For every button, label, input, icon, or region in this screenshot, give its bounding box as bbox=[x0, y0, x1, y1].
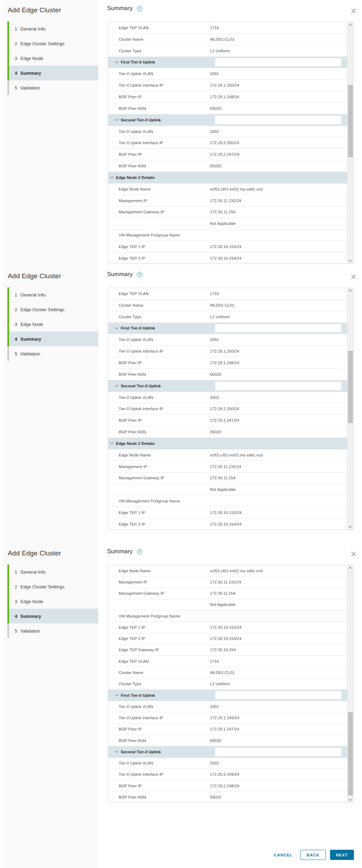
section-header-edge-node-2-details[interactable]: Edge Node 2 Details bbox=[108, 438, 347, 449]
sidebar-step-edge-cluster-settings[interactable]: 2 Edge Cluster Settings bbox=[7, 579, 98, 594]
wizard-steps: 1 General Info 2 Edge Cluster Settings 3… bbox=[4, 565, 98, 638]
help-icon[interactable]: ? bbox=[137, 272, 142, 277]
back-button[interactable]: BACK bbox=[300, 850, 326, 860]
wizard-panels: Add Edge Cluster 1 General Info 2 Edge C… bbox=[0, 0, 362, 868]
summary-header: Summary ? bbox=[98, 0, 362, 22]
section-header-edge-node-2-details[interactable]: Edge Node 2 Details bbox=[108, 172, 347, 183]
section-input[interactable] bbox=[215, 691, 341, 699]
sidebar-step-summary[interactable]: 4 Summary bbox=[7, 332, 98, 346]
row-label: Cluster Type bbox=[119, 315, 210, 319]
row-label: BGP Peer IP bbox=[119, 361, 210, 365]
sidebar-step-validation[interactable]: 5 Validation bbox=[7, 80, 98, 95]
section-header-second-tier-0-uplink[interactable]: Second Tier-0 Uplink bbox=[108, 114, 347, 126]
row-value: 65020 bbox=[210, 795, 347, 799]
sidebar-step-edge-node[interactable]: 3 Edge Node bbox=[7, 317, 98, 332]
sidebar-step-general-info[interactable]: 1 General Info bbox=[7, 21, 98, 36]
table-row: VM Management Portgroup Name bbox=[108, 610, 347, 622]
table-row: Edge Node Name vcf01-cl01-en02.my-sddc.v… bbox=[108, 449, 347, 461]
vertical-scrollbar[interactable] bbox=[347, 288, 353, 529]
row-label: Tier-0 Uplink VLAN bbox=[119, 72, 210, 76]
section-title: Second Tier-0 Uplink bbox=[121, 750, 161, 754]
table-row: BGP Peer IP 172.29.1.248/24 bbox=[108, 91, 347, 103]
row-value: 172.29.2.247/24 bbox=[210, 418, 347, 422]
summary-content: Summary ? Edge TEP VLAN 1716 Cluster Nam… bbox=[98, 0, 362, 266]
scroll-down-icon[interactable] bbox=[348, 524, 353, 529]
scrollbar-thumb[interactable] bbox=[348, 351, 353, 423]
section-input[interactable] bbox=[215, 382, 341, 390]
chevron-down-icon bbox=[115, 693, 119, 696]
scrollbar-thumb[interactable] bbox=[348, 712, 353, 795]
row-label: Tier-0 Uplink Interface IP bbox=[119, 772, 210, 776]
table-row: Tier-0 Uplink VLAN 2001 bbox=[108, 68, 347, 80]
table-row: Edge TEP 2 IP 172.30.16.154/24 bbox=[108, 519, 347, 529]
row-value: 1716 bbox=[210, 659, 347, 663]
table-row: Cluster Name WLD01-CL01 bbox=[108, 300, 347, 311]
sidebar-step-validation[interactable]: 5 Validation bbox=[7, 623, 98, 638]
row-label: Tier-0 Uplink VLAN bbox=[119, 129, 210, 134]
row-label: BGP Peer IP bbox=[119, 418, 210, 422]
row-label: Edge TEP VLAN bbox=[119, 292, 210, 296]
row-value: vcf01-cl01-en02.my-sddc.vcd bbox=[210, 569, 347, 573]
row-value: 1716 bbox=[210, 292, 347, 296]
sidebar-step-edge-node[interactable]: 3 Edge Node bbox=[7, 51, 98, 66]
table-row: Management IP 172.30.11.232/24 bbox=[108, 195, 347, 207]
section-input[interactable] bbox=[215, 58, 341, 67]
scroll-up-icon[interactable] bbox=[348, 565, 353, 571]
table-row: Cluster Name WLD01-CL01 bbox=[108, 34, 347, 45]
sidebar-step-general-info[interactable]: 1 General Info bbox=[7, 565, 98, 579]
row-label: Cluster Type bbox=[119, 49, 210, 53]
close-icon[interactable] bbox=[351, 274, 356, 279]
sidebar-step-general-info[interactable]: 1 General Info bbox=[7, 287, 98, 302]
summary-content: Summary ? Edge Node Name vcf01-cl01-en02… bbox=[98, 543, 362, 868]
sidebar-step-validation[interactable]: 5 Validation bbox=[7, 346, 98, 361]
sidebar-step-edge-node[interactable]: 3 Edge Node bbox=[7, 594, 98, 609]
help-icon[interactable]: ? bbox=[137, 549, 142, 554]
sidebar-step-edge-cluster-settings[interactable]: 2 Edge Cluster Settings bbox=[7, 302, 98, 317]
section-title: Second Tier-0 Uplink bbox=[121, 118, 161, 122]
scrollbar-thumb[interactable] bbox=[348, 85, 353, 157]
help-icon[interactable]: ? bbox=[137, 6, 142, 11]
section-input[interactable] bbox=[215, 324, 341, 333]
sidebar-step-summary[interactable]: 4 Summary bbox=[7, 66, 98, 80]
row-label: Edge Node Name bbox=[119, 453, 210, 457]
table-row: Tier-0 Uplink VLAN 2002 bbox=[108, 126, 347, 138]
vertical-scrollbar[interactable] bbox=[347, 565, 353, 802]
add-edge-cluster-wizard-2: Add Edge Cluster 1 General Info 2 Edge C… bbox=[0, 266, 362, 543]
row-value: WLD01-CL01 bbox=[210, 303, 347, 307]
scroll-down-icon[interactable] bbox=[348, 797, 353, 802]
step-number: 3 bbox=[13, 56, 17, 61]
section-header-first-tier-0-uplink[interactable]: First Tier-0 Uplink bbox=[108, 57, 347, 68]
summary-header: Summary ? bbox=[98, 543, 362, 565]
section-header-second-tier-0-uplink[interactable]: Second Tier-0 Uplink bbox=[108, 380, 347, 392]
section-title: First Tier-0 Uplink bbox=[121, 60, 155, 64]
sidebar-step-edge-cluster-settings[interactable]: 2 Edge Cluster Settings bbox=[7, 36, 98, 51]
table-row: VM Management Portgroup Name bbox=[108, 229, 347, 241]
row-value: Not Applicable bbox=[210, 487, 347, 492]
row-value: L2 Uniform bbox=[210, 682, 347, 686]
step-number: 3 bbox=[13, 322, 17, 327]
vertical-scrollbar[interactable] bbox=[347, 22, 353, 263]
step-number: 3 bbox=[13, 599, 17, 604]
scroll-up-icon[interactable] bbox=[348, 288, 353, 294]
section-input[interactable] bbox=[215, 748, 341, 756]
close-icon[interactable] bbox=[351, 552, 356, 556]
cancel-button[interactable]: CANCEL bbox=[270, 850, 296, 860]
sidebar-step-summary[interactable]: 4 Summary bbox=[7, 609, 98, 623]
section-header-first-tier-0-uplink[interactable]: First Tier-0 Uplink bbox=[108, 690, 347, 701]
table-row: BGP Peer IP 172.29.1.248/24 bbox=[108, 357, 347, 369]
scroll-down-icon[interactable] bbox=[348, 258, 353, 263]
next-button[interactable]: NEXT bbox=[330, 850, 354, 860]
row-label: Edge TEP Gateway IP bbox=[119, 648, 210, 652]
table-row: Edge Node Name vcf01-cl01-en02.my-sddc.v… bbox=[108, 565, 347, 576]
scroll-up-icon[interactable] bbox=[348, 22, 353, 28]
section-header-second-tier-0-uplink[interactable]: Second Tier-0 Uplink bbox=[108, 746, 347, 757]
table-row: Management Gateway IP 172.30.11.254 bbox=[108, 207, 347, 218]
section-header-first-tier-0-uplink[interactable]: First Tier-0 Uplink bbox=[108, 323, 347, 334]
row-label: Edge TEP 1 IP bbox=[119, 245, 210, 249]
row-value: 172.29.1.248/24 bbox=[210, 361, 347, 365]
table-row: Tier-0 Uplink VLAN 2001 bbox=[108, 701, 347, 712]
section-input[interactable] bbox=[215, 116, 341, 124]
summary-table: Edge TEP VLAN 1716 Cluster Name WLD01-CL… bbox=[108, 288, 354, 530]
close-icon[interactable] bbox=[351, 8, 356, 13]
row-label: VM Management Portgroup Name bbox=[119, 233, 210, 237]
